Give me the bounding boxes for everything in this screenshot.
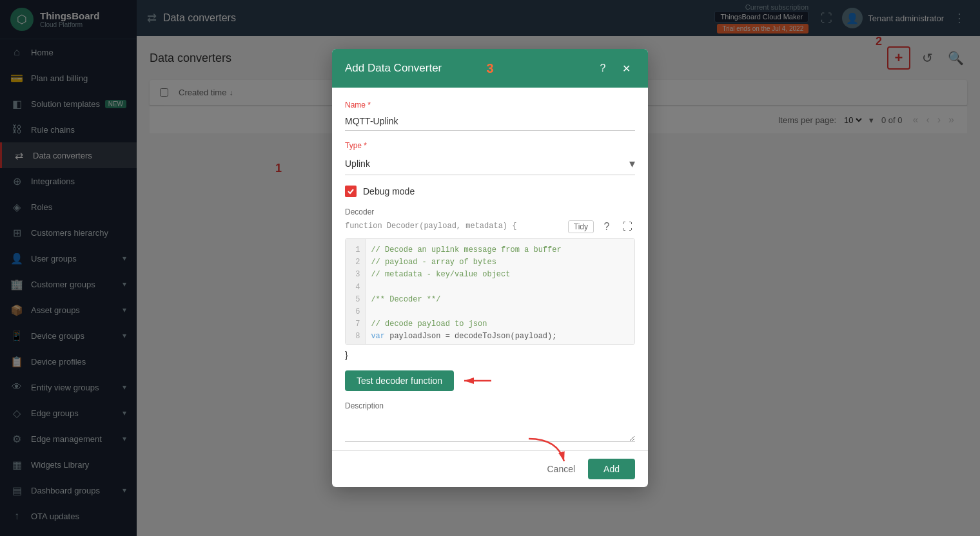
type-chevron-down-icon: ▾	[629, 157, 635, 171]
type-label: Type *	[345, 141, 635, 150]
add-button[interactable]: Add	[588, 459, 635, 479]
description-textarea[interactable]	[345, 413, 635, 442]
modal-title: Add Data Converter	[345, 62, 594, 75]
modal-overlay: Add Data Converter 3 ? ✕ Name * Type	[0, 0, 980, 536]
modal-help-button[interactable]: ?	[594, 59, 612, 77]
decoder-label: Decoder	[345, 207, 635, 216]
decoder-toolbar: Tidy ? ⛶	[568, 219, 635, 235]
type-field-group: Type * Uplink Downlink ▾	[345, 141, 635, 175]
arrow-indicator	[459, 371, 498, 390]
add-arrow-indicator	[525, 436, 571, 468]
code-editor[interactable]: 12345678910 // Decode an uplink message …	[345, 238, 635, 345]
type-required: *	[364, 141, 367, 150]
debug-mode-label: Debug mode	[363, 186, 415, 196]
add-data-converter-modal: Add Data Converter 3 ? ✕ Name * Type	[332, 49, 648, 487]
description-label: Description	[345, 401, 635, 410]
test-decoder-row: Test decoder function	[345, 370, 635, 391]
annotation-3: 3	[486, 61, 493, 76]
debug-mode-row: Debug mode	[345, 186, 635, 197]
description-group: Description	[345, 401, 635, 444]
debug-mode-checkbox[interactable]	[345, 186, 357, 197]
test-decoder-button[interactable]: Test decoder function	[345, 370, 454, 391]
closing-bracket: }	[345, 350, 635, 360]
modal-footer: Cancel Add	[332, 450, 648, 487]
name-required: *	[368, 100, 371, 110]
decoder-function-hint: function Decoder(payload, metadata) {	[345, 222, 516, 231]
modal-close-button[interactable]: ✕	[617, 59, 635, 77]
fullscreen-decoder-button[interactable]: ⛶	[620, 219, 635, 235]
modal-header: Add Data Converter 3 ? ✕	[332, 49, 648, 88]
type-select[interactable]: Uplink Downlink	[345, 158, 629, 169]
name-label: Name *	[345, 100, 635, 110]
decoder-group: Decoder function Decoder(payload, metada…	[345, 207, 635, 360]
name-input[interactable]	[345, 112, 635, 131]
help-decoder-button[interactable]: ?	[599, 219, 614, 235]
name-field-group: Name *	[345, 100, 635, 131]
line-numbers: 12345678910	[346, 239, 366, 344]
checkmark-icon	[347, 187, 355, 195]
modal-header-actions: ? ✕	[594, 59, 635, 77]
modal-body: Name * Type * Uplink Downlink ▾	[332, 88, 648, 450]
code-content[interactable]: // Decode an uplink message from a buffe…	[366, 239, 634, 344]
type-select-container: Uplink Downlink ▾	[345, 153, 635, 175]
tidy-button[interactable]: Tidy	[568, 220, 594, 233]
